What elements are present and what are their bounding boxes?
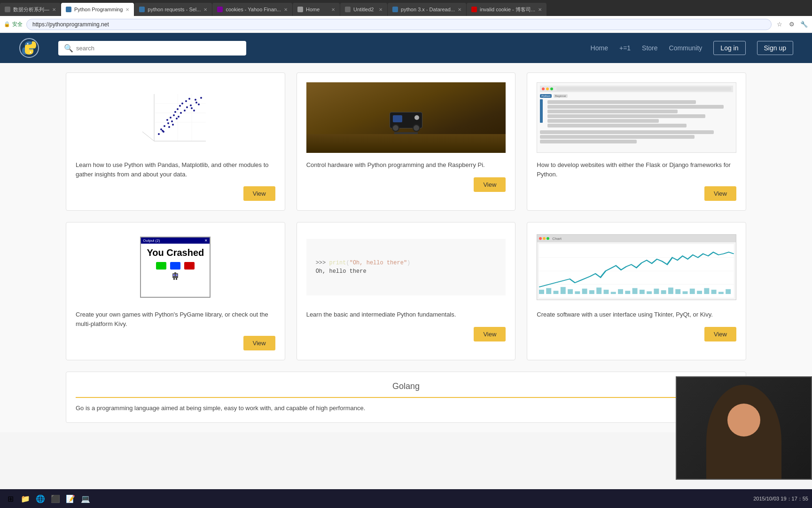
svg-rect-64: [632, 288, 638, 294]
url-bar[interactable]: https://pythonprogramming.net: [26, 19, 772, 30]
tab-data-analysis[interactable]: 数据分析系列— ✕: [0, 3, 61, 16]
tab-label: python requests - Sel...: [148, 7, 201, 12]
card-image-code: >>> print("Oh, hello there") Oh, hello t…: [306, 232, 506, 302]
tab-favicon: [5, 7, 10, 12]
svg-rect-70: [676, 289, 681, 294]
svg-point-23: [188, 98, 190, 100]
close-icon: ✕: [204, 238, 208, 243]
card-image-scatter: [76, 82, 275, 153]
svg-point-17: [174, 111, 176, 113]
code-display: >>> print("Oh, hello there") Oh, hello t…: [306, 239, 506, 295]
pygame-sprites: [145, 262, 206, 270]
card-pygame: Output (2) ✕ You Crashed: [66, 222, 285, 360]
svg-point-20: [179, 105, 181, 107]
tab-untitled2[interactable]: Untitled2 ✕: [340, 3, 387, 16]
svg-point-25: [193, 110, 195, 111]
svg-rect-65: [640, 290, 645, 294]
tab-favicon: [217, 7, 223, 12]
tab-favicon: [66, 7, 71, 12]
tab-close[interactable]: ✕: [203, 7, 207, 12]
nav-community[interactable]: Community: [669, 44, 703, 52]
tab-label: cookies - Yahoo Finan...: [226, 7, 281, 12]
view-button[interactable]: View: [704, 186, 736, 201]
search-bar[interactable]: 🔍: [58, 41, 246, 56]
code-line-1: >>> print("Oh, hello there"): [316, 260, 497, 266]
nav-store[interactable]: Store: [642, 44, 657, 52]
tab-dataread[interactable]: python 3.x - Dataread... ✕: [388, 3, 466, 16]
svg-point-39: [195, 99, 196, 101]
card-footer: View: [76, 186, 275, 201]
pygame-robot: [145, 271, 206, 281]
svg-rect-45: [176, 278, 177, 280]
tab-close[interactable]: ✕: [284, 7, 288, 12]
star-icon[interactable]: ☆: [775, 20, 784, 29]
view-button[interactable]: View: [474, 327, 506, 341]
tab-close[interactable]: ✕: [458, 7, 461, 12]
sprite-green: [156, 262, 166, 270]
robot-scene: [306, 82, 506, 153]
svg-point-33: [158, 133, 160, 135]
view-button[interactable]: View: [704, 327, 736, 341]
address-bar: 🔒 安全 https://pythonprogramming.net ☆ ⚙ 🔧: [0, 16, 812, 33]
tab-label: 数据分析系列—: [13, 6, 49, 13]
svg-rect-75: [711, 290, 717, 294]
view-button[interactable]: View: [243, 186, 275, 201]
card-data-analysis: Learn how to use Python with Pandas, Mat…: [66, 72, 285, 211]
svg-point-31: [195, 102, 197, 103]
svg-rect-55: [568, 289, 573, 294]
card-image-robot: [306, 82, 506, 153]
site-logo[interactable]: [19, 38, 39, 58]
person-head: [727, 404, 760, 432]
svg-rect-58: [589, 290, 594, 294]
svg-point-24: [191, 107, 193, 109]
tab-label: invalid cookie - 博客司...: [480, 6, 535, 13]
tab-close[interactable]: ✕: [52, 7, 56, 12]
video-collapse-arrow[interactable]: ›: [676, 422, 677, 432]
tab-label: Python Programming: [74, 7, 123, 12]
sprite-blue: [170, 262, 180, 270]
svg-point-38: [190, 104, 192, 106]
svg-point-1: [27, 43, 29, 45]
tab-home[interactable]: Home ✕: [293, 3, 340, 16]
tab-close[interactable]: ✕: [379, 7, 383, 12]
tab-close[interactable]: ✕: [331, 7, 335, 12]
svg-rect-51: [539, 290, 544, 294]
search-icon: 🔍: [64, 44, 73, 53]
tab-python-requests[interactable]: python requests - Sel... ✕: [134, 3, 212, 16]
nav-counter[interactable]: +=1: [619, 44, 631, 52]
tab-close[interactable]: ✕: [538, 7, 542, 12]
search-input[interactable]: [76, 45, 241, 52]
nav-login[interactable]: Log in: [713, 41, 745, 55]
chart-window: Chart: [537, 234, 736, 300]
card-footer: View: [306, 177, 506, 192]
svg-point-13: [167, 122, 169, 124]
view-button[interactable]: View: [474, 177, 506, 192]
nav-links: Home +=1 Store Community Log in Sign up: [591, 41, 793, 55]
svg-point-37: [184, 110, 186, 111]
tab-favicon: [297, 7, 303, 12]
svg-point-15: [170, 117, 172, 119]
svg-point-16: [173, 114, 175, 116]
website: 🔍 Home +=1 Store Community Log in Sign u…: [0, 33, 812, 432]
svg-rect-66: [647, 291, 652, 294]
nav-home[interactable]: Home: [591, 44, 608, 52]
navigation: 🔍 Home +=1 Store Community Log in Sign u…: [0, 33, 812, 63]
svg-rect-72: [690, 289, 695, 294]
settings-icon[interactable]: ⚙: [788, 20, 796, 29]
tab-python-programming[interactable]: Python Programming ✕: [61, 3, 134, 16]
svg-point-32: [198, 103, 200, 105]
webdev-screenshot: Python Beginner: [537, 82, 736, 153]
tab-yahoo-cookies[interactable]: cookies - Yahoo Finan... ✕: [212, 3, 292, 16]
tab-favicon: [392, 7, 398, 12]
tab-close[interactable]: ✕: [125, 7, 129, 12]
view-button[interactable]: View: [243, 336, 275, 350]
tab-invalid-cookie[interactable]: invalid cookie - 博客司... ✕: [467, 3, 547, 16]
chart-content: [537, 242, 736, 300]
extension-icon[interactable]: 🔧: [800, 20, 808, 29]
svg-rect-52: [547, 288, 552, 294]
card-description: Learn the basic and intermediate Python …: [306, 310, 506, 319]
card-footer: View: [306, 327, 506, 341]
nav-signup[interactable]: Sign up: [757, 41, 793, 55]
card-description: Create your own games with Python's PyGa…: [76, 310, 275, 328]
golang-section: Golang Go is a programming language aime…: [66, 372, 746, 423]
